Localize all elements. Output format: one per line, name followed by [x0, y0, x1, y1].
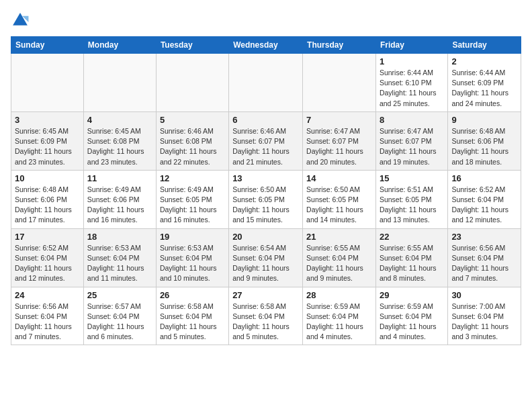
- day-detail: Sunrise: 6:49 AMSunset: 6:06 PMDaylight:…: [87, 185, 152, 226]
- calendar-cell: [83, 54, 156, 112]
- calendar-cell: 16Sunrise: 6:52 AMSunset: 6:04 PMDayligh…: [448, 170, 521, 228]
- svg-marker-0: [13, 13, 28, 26]
- calendar-header-row: SundayMondayTuesdayWednesdayThursdayFrid…: [11, 37, 521, 54]
- day-number: 26: [160, 290, 225, 300]
- col-header-wednesday: Wednesday: [229, 37, 303, 54]
- day-number: 23: [451, 232, 517, 242]
- col-header-tuesday: Tuesday: [156, 37, 228, 54]
- day-number: 25: [87, 290, 152, 300]
- day-number: 17: [15, 232, 80, 242]
- calendar-cell: 17Sunrise: 6:52 AMSunset: 6:04 PMDayligh…: [11, 228, 84, 287]
- day-number: 7: [306, 115, 372, 125]
- day-number: 19: [160, 232, 225, 242]
- day-number: 10: [15, 173, 80, 183]
- calendar-cell: 13Sunrise: 6:50 AMSunset: 6:05 PMDayligh…: [229, 170, 303, 228]
- calendar-week-1: 1Sunrise: 6:44 AMSunset: 6:10 PMDaylight…: [11, 54, 521, 112]
- day-detail: Sunrise: 6:44 AMSunset: 6:10 PMDaylight:…: [380, 68, 444, 109]
- day-detail: Sunrise: 6:46 AMSunset: 6:08 PMDaylight:…: [160, 126, 225, 167]
- calendar-week-3: 10Sunrise: 6:48 AMSunset: 6:06 PMDayligh…: [11, 170, 521, 228]
- col-header-monday: Monday: [83, 37, 156, 54]
- calendar-table: SundayMondayTuesdayWednesdayThursdayFrid…: [11, 36, 521, 345]
- day-number: 20: [232, 232, 299, 242]
- day-detail: Sunrise: 6:59 AMSunset: 6:04 PMDaylight:…: [306, 302, 372, 342]
- day-detail: Sunrise: 6:58 AMSunset: 6:04 PMDaylight:…: [160, 302, 225, 342]
- col-header-sunday: Sunday: [11, 37, 84, 54]
- day-number: 22: [380, 232, 444, 242]
- day-detail: Sunrise: 6:54 AMSunset: 6:04 PMDaylight:…: [232, 243, 299, 284]
- calendar-cell: 19Sunrise: 6:53 AMSunset: 6:04 PMDayligh…: [156, 228, 228, 287]
- calendar-cell: 24Sunrise: 6:56 AMSunset: 6:04 PMDayligh…: [11, 287, 84, 345]
- day-number: 14: [306, 173, 372, 183]
- day-number: 6: [232, 115, 299, 125]
- day-detail: Sunrise: 6:52 AMSunset: 6:04 PMDaylight:…: [15, 243, 80, 284]
- day-number: 8: [380, 115, 444, 125]
- day-detail: Sunrise: 7:00 AMSunset: 6:04 PMDaylight:…: [451, 302, 517, 342]
- calendar-cell: [229, 54, 303, 112]
- calendar-cell: 2Sunrise: 6:44 AMSunset: 6:09 PMDaylight…: [448, 54, 521, 112]
- calendar-cell: 23Sunrise: 6:56 AMSunset: 6:04 PMDayligh…: [448, 228, 521, 287]
- calendar-cell: 4Sunrise: 6:45 AMSunset: 6:08 PMDaylight…: [83, 111, 156, 170]
- calendar-cell: [303, 54, 376, 112]
- day-detail: Sunrise: 6:59 AMSunset: 6:04 PMDaylight:…: [380, 302, 444, 342]
- calendar-cell: 8Sunrise: 6:47 AMSunset: 6:07 PMDaylight…: [375, 111, 447, 170]
- col-header-thursday: Thursday: [303, 37, 376, 54]
- calendar-cell: 20Sunrise: 6:54 AMSunset: 6:04 PMDayligh…: [229, 228, 303, 287]
- calendar-cell: 22Sunrise: 6:55 AMSunset: 6:04 PMDayligh…: [375, 228, 447, 287]
- day-number: 28: [306, 290, 372, 300]
- calendar-cell: 10Sunrise: 6:48 AMSunset: 6:06 PMDayligh…: [11, 170, 84, 228]
- day-number: 3: [15, 115, 80, 125]
- calendar-cell: 11Sunrise: 6:49 AMSunset: 6:06 PMDayligh…: [83, 170, 156, 228]
- day-number: 29: [380, 290, 444, 300]
- day-detail: Sunrise: 6:47 AMSunset: 6:07 PMDaylight:…: [306, 126, 372, 167]
- day-detail: Sunrise: 6:58 AMSunset: 6:04 PMDaylight:…: [232, 302, 299, 342]
- calendar-cell: 26Sunrise: 6:58 AMSunset: 6:04 PMDayligh…: [156, 287, 228, 345]
- day-number: 4: [87, 115, 152, 125]
- day-detail: Sunrise: 6:46 AMSunset: 6:07 PMDaylight:…: [232, 126, 299, 167]
- calendar-cell: 27Sunrise: 6:58 AMSunset: 6:04 PMDayligh…: [229, 287, 303, 345]
- calendar-cell: 25Sunrise: 6:57 AMSunset: 6:04 PMDayligh…: [83, 287, 156, 345]
- day-number: 11: [87, 173, 152, 183]
- day-detail: Sunrise: 6:53 AMSunset: 6:04 PMDaylight:…: [87, 243, 152, 284]
- calendar-cell: 9Sunrise: 6:48 AMSunset: 6:06 PMDaylight…: [448, 111, 521, 170]
- calendar-cell: 3Sunrise: 6:45 AMSunset: 6:09 PMDaylight…: [11, 111, 84, 170]
- calendar-cell: 1Sunrise: 6:44 AMSunset: 6:10 PMDaylight…: [375, 54, 447, 112]
- day-detail: Sunrise: 6:45 AMSunset: 6:08 PMDaylight:…: [87, 126, 152, 167]
- day-number: 15: [380, 173, 444, 183]
- day-detail: Sunrise: 6:53 AMSunset: 6:04 PMDaylight:…: [160, 243, 225, 284]
- col-header-saturday: Saturday: [448, 37, 521, 54]
- day-detail: Sunrise: 6:49 AMSunset: 6:05 PMDaylight:…: [160, 185, 225, 226]
- day-detail: Sunrise: 6:50 AMSunset: 6:05 PMDaylight:…: [232, 185, 299, 226]
- calendar-cell: 6Sunrise: 6:46 AMSunset: 6:07 PMDaylight…: [229, 111, 303, 170]
- day-detail: Sunrise: 6:55 AMSunset: 6:04 PMDaylight:…: [380, 243, 444, 284]
- day-number: 27: [232, 290, 299, 300]
- day-detail: Sunrise: 6:56 AMSunset: 6:04 PMDaylight:…: [451, 243, 517, 284]
- page-header: [11, 11, 521, 30]
- day-detail: Sunrise: 6:50 AMSunset: 6:05 PMDaylight:…: [306, 185, 372, 226]
- day-number: 21: [306, 232, 372, 242]
- day-detail: Sunrise: 6:56 AMSunset: 6:04 PMDaylight:…: [15, 302, 80, 342]
- day-detail: Sunrise: 6:44 AMSunset: 6:09 PMDaylight:…: [451, 68, 517, 109]
- day-number: 24: [15, 290, 80, 300]
- day-detail: Sunrise: 6:51 AMSunset: 6:05 PMDaylight:…: [380, 185, 444, 226]
- calendar-cell: 29Sunrise: 6:59 AMSunset: 6:04 PMDayligh…: [375, 287, 447, 345]
- calendar-week-5: 24Sunrise: 6:56 AMSunset: 6:04 PMDayligh…: [11, 287, 521, 345]
- calendar-cell: 14Sunrise: 6:50 AMSunset: 6:05 PMDayligh…: [303, 170, 376, 228]
- day-detail: Sunrise: 6:55 AMSunset: 6:04 PMDaylight:…: [306, 243, 372, 284]
- day-number: 16: [451, 173, 517, 183]
- calendar-cell: 18Sunrise: 6:53 AMSunset: 6:04 PMDayligh…: [83, 228, 156, 287]
- logo-icon: [11, 11, 30, 30]
- calendar-cell: [11, 54, 84, 112]
- calendar-cell: [156, 54, 228, 112]
- calendar-cell: 21Sunrise: 6:55 AMSunset: 6:04 PMDayligh…: [303, 228, 376, 287]
- calendar-week-4: 17Sunrise: 6:52 AMSunset: 6:04 PMDayligh…: [11, 228, 521, 287]
- day-detail: Sunrise: 6:48 AMSunset: 6:06 PMDaylight:…: [15, 185, 80, 226]
- calendar-cell: 15Sunrise: 6:51 AMSunset: 6:05 PMDayligh…: [375, 170, 447, 228]
- col-header-friday: Friday: [375, 37, 447, 54]
- day-detail: Sunrise: 6:57 AMSunset: 6:04 PMDaylight:…: [87, 302, 152, 342]
- day-number: 13: [232, 173, 299, 183]
- day-detail: Sunrise: 6:48 AMSunset: 6:06 PMDaylight:…: [451, 126, 517, 167]
- logo: [11, 11, 32, 30]
- calendar-cell: 7Sunrise: 6:47 AMSunset: 6:07 PMDaylight…: [303, 111, 376, 170]
- day-number: 2: [451, 56, 517, 66]
- calendar-cell: 28Sunrise: 6:59 AMSunset: 6:04 PMDayligh…: [303, 287, 376, 345]
